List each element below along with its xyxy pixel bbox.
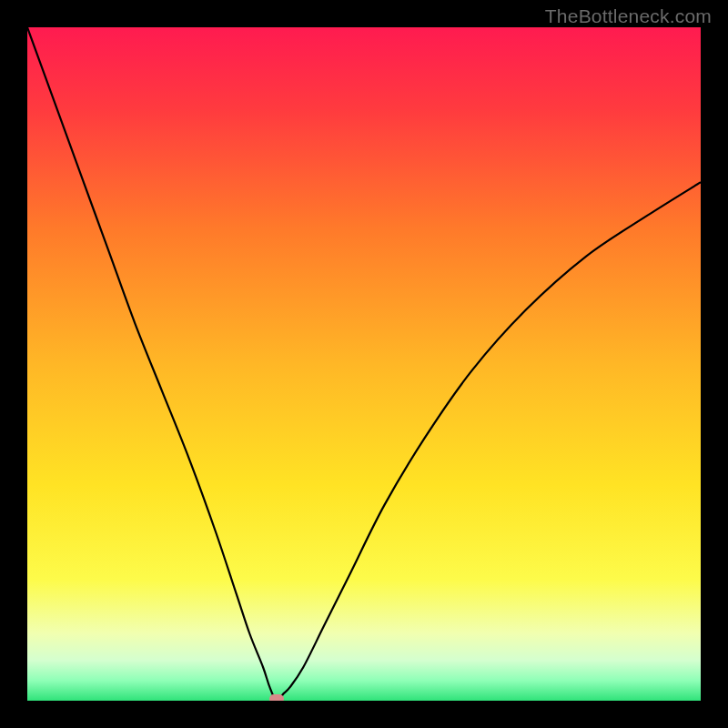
curve-layer bbox=[27, 27, 701, 701]
bottleneck-curve bbox=[27, 27, 701, 701]
optimum-marker bbox=[269, 694, 284, 701]
chart-frame: TheBottleneck.com bbox=[0, 0, 728, 728]
plot-area bbox=[27, 27, 701, 701]
watermark-text: TheBottleneck.com bbox=[545, 5, 712, 27]
